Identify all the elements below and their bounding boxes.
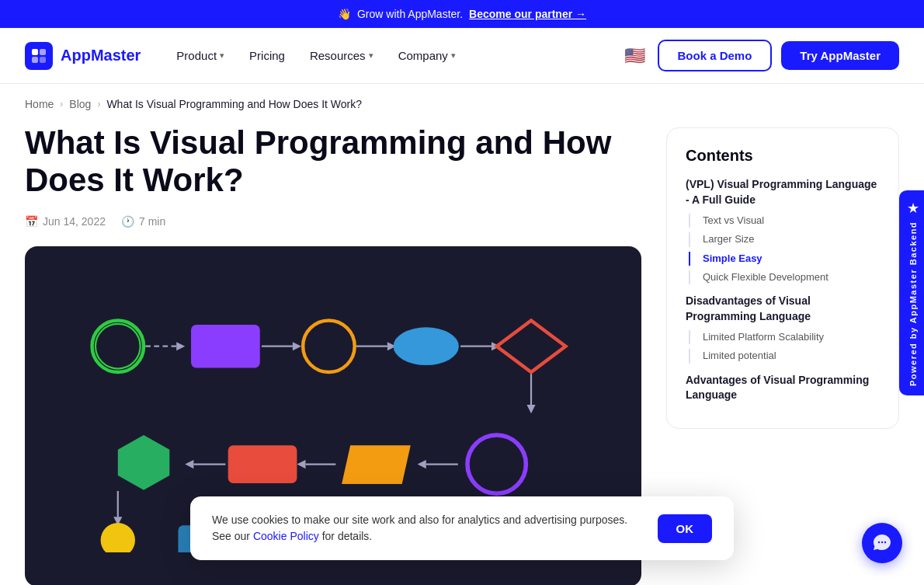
svg-marker-29 — [418, 460, 426, 468]
article-title: What Is Visual Programming and How Does … — [25, 124, 641, 200]
svg-point-30 — [467, 435, 526, 493]
cookie-text: We use cookies to make our site work and… — [212, 512, 642, 545]
nav-company-label: Company — [398, 49, 448, 62]
contents-sub-quick-flexible[interactable]: Quick Flexible Development — [689, 270, 880, 284]
contents-sub-simple-easy[interactable]: Simple Easy — [689, 252, 880, 266]
chevron-down-icon-3: ▾ — [451, 50, 456, 61]
breadcrumb-sep-1: › — [60, 99, 63, 110]
contents-box: Contents (VPL) Visual Programming Langua… — [666, 127, 899, 429]
svg-marker-17 — [497, 320, 566, 372]
nav-resources[interactable]: Resources ▾ — [299, 43, 384, 68]
chat-widget[interactable] — [862, 523, 902, 563]
svg-point-33 — [101, 523, 135, 553]
top-banner: 👋 Grow with AppMaster. Become our partne… — [0, 0, 924, 28]
nav-product[interactable]: Product ▾ — [165, 43, 235, 68]
svg-marker-7 — [176, 342, 185, 350]
svg-rect-24 — [228, 445, 297, 483]
revain-text: Powered by AppMaster Backend — [908, 221, 918, 385]
svg-rect-0 — [32, 49, 38, 55]
cookie-policy-link[interactable]: Cookie Policy — [253, 530, 319, 542]
language-flag[interactable]: 🇺🇸 — [621, 43, 648, 69]
meta-read-time: 🕐 7 min — [121, 215, 165, 228]
contents-sub-limited-potential[interactable]: Limited potential — [689, 349, 880, 363]
contents-sub-larger-size[interactable]: Larger Size — [689, 232, 880, 246]
logo[interactable]: AppMaster — [25, 42, 141, 70]
nav-items: Product ▾ Pricing Resources ▾ Company ▾ — [165, 43, 620, 68]
cookie-ok-button[interactable]: OK — [658, 514, 713, 543]
nav-product-label: Product — [176, 49, 217, 62]
nav-pricing[interactable]: Pricing — [238, 43, 296, 68]
contents-title: Contents — [686, 147, 880, 165]
breadcrumb: Home › Blog › What Is Visual Programming… — [0, 84, 924, 118]
nav-actions: 🇺🇸 Book a Demo Try AppMaster — [621, 40, 900, 71]
svg-marker-20 — [526, 405, 535, 413]
banner-text: Grow with AppMaster. — [357, 8, 463, 20]
try-appmaster-button[interactable]: Try AppMaster — [781, 41, 899, 70]
svg-point-14 — [394, 327, 459, 365]
breadcrumb-current: What Is Visual Programming and How Does … — [106, 98, 362, 110]
nav-pricing-label: Pricing — [249, 49, 285, 62]
revain-widget[interactable]: ★ Powered by AppMaster Backend — [899, 190, 924, 395]
svg-point-44 — [881, 541, 883, 543]
article-meta: 📅 Jun 14, 2022 🕐 7 min — [25, 215, 641, 228]
cookie-banner: We use cookies to make our site work and… — [190, 496, 734, 560]
contents-sub-limited-platform[interactable]: Limited Platform Scalability — [689, 330, 880, 344]
svg-rect-8 — [191, 325, 260, 367]
svg-marker-23 — [185, 460, 193, 468]
svg-point-4 — [92, 320, 144, 372]
nav-company[interactable]: Company ▾ — [387, 43, 467, 68]
contents-sub-text-visual[interactable]: Text vs Visual — [689, 214, 880, 228]
breadcrumb-blog[interactable]: Blog — [69, 98, 91, 110]
revain-icon: ★ — [907, 199, 919, 216]
svg-rect-1 — [40, 49, 46, 55]
svg-point-43 — [878, 541, 880, 543]
svg-marker-10 — [293, 342, 301, 350]
chat-icon — [872, 533, 892, 553]
svg-point-5 — [96, 323, 141, 368]
logo-icon — [25, 42, 53, 70]
clock-icon: 🕐 — [121, 215, 134, 228]
svg-rect-3 — [40, 57, 46, 63]
chevron-down-icon: ▾ — [220, 50, 224, 61]
breadcrumb-sep-2: › — [97, 99, 100, 110]
svg-marker-26 — [297, 460, 305, 468]
article-read-time: 7 min — [139, 215, 165, 228]
svg-marker-27 — [342, 445, 411, 484]
navbar: AppMaster Product ▾ Pricing Resources ▾ … — [0, 28, 924, 84]
contents-section-1[interactable]: Disadvantages of Visual Programming Lang… — [686, 294, 880, 324]
svg-marker-18 — [497, 320, 566, 372]
article-date: Jun 14, 2022 — [43, 215, 106, 228]
contents-section-0[interactable]: (VPL) Visual Programming Language - A Fu… — [686, 177, 880, 207]
partner-link[interactable]: Become our partner → — [469, 8, 586, 20]
calendar-icon: 📅 — [25, 215, 38, 228]
svg-point-45 — [884, 541, 886, 543]
chevron-down-icon-2: ▾ — [369, 50, 373, 61]
book-demo-button[interactable]: Book a Demo — [658, 40, 773, 71]
breadcrumb-home[interactable]: Home — [25, 98, 54, 110]
nav-resources-label: Resources — [310, 49, 366, 62]
svg-point-11 — [303, 320, 355, 372]
meta-date: 📅 Jun 14, 2022 — [25, 215, 106, 228]
svg-marker-21 — [118, 435, 170, 490]
logo-text: AppMaster — [61, 47, 141, 64]
svg-rect-2 — [32, 57, 38, 63]
banner-emoji: 👋 — [338, 8, 351, 20]
contents-section-2[interactable]: Advantages of Visual Programming Languag… — [686, 373, 880, 403]
